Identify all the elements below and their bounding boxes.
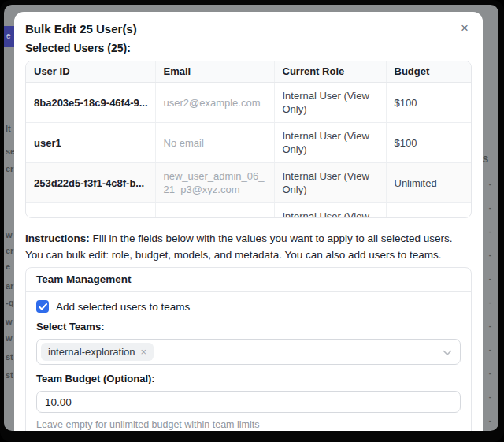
teams-multiselect[interactable]: internal-exploration × (36, 339, 461, 365)
background-text-fragment: st (6, 370, 13, 380)
instructions-body: Fill in the fields below with the values… (25, 232, 453, 261)
background-table-dash: - (489, 274, 491, 283)
background-text-fragment: lt (6, 124, 11, 133)
add-users-checkbox-label[interactable]: Add selected users to teams (56, 301, 190, 313)
background-text-fragment: e (6, 262, 10, 271)
cell-current-role: Internal User (View Only) (274, 163, 386, 203)
close-icon[interactable]: × (458, 22, 472, 35)
chevron-down-icon[interactable] (443, 345, 452, 359)
cell-budget: Unlimited (386, 163, 471, 203)
cell-current-role: Internal User (View Only) (274, 203, 386, 219)
background-table-dash: - (489, 227, 491, 236)
background-text-fragment: er (6, 164, 13, 173)
instructions-text: Instructions: Fill in the fields below w… (25, 230, 472, 263)
cell-user-id: 8ba203e5-18c9-46f4-9... (26, 83, 155, 123)
cell-budget: $100 (386, 83, 471, 123)
add-users-to-teams-row: Add selected users to teams (36, 300, 461, 313)
budget-helper-text: Leave empty for unlimited budget within … (36, 419, 461, 431)
table-header-row: User ID Email Current Role Budget (26, 61, 471, 83)
selected-team-tag: internal-exploration × (41, 343, 154, 361)
cell-current-role: Internal User (View Only) (274, 123, 386, 163)
selected-users-table[interactable]: User ID Email Current Role Budget 8ba203… (25, 61, 472, 218)
background-table-dash: - (489, 180, 491, 188)
background-text-fragment: w (6, 333, 13, 343)
cell-current-role: Internal User (View Only) (274, 83, 386, 123)
cell-email: user2@example.com (155, 83, 274, 123)
column-header-user-id: User ID (26, 61, 155, 83)
background-sidebar-active-item: e (4, 26, 14, 47)
cell-user-id: 5dbd2335-cdd6-47ca-b... (26, 203, 155, 219)
column-header-budget: Budget (386, 61, 471, 83)
background-text-fragment: -q (6, 298, 13, 307)
background-nav-text: e (6, 32, 11, 40)
cell-email: No email (155, 123, 274, 163)
background-table-dash: - (489, 298, 491, 306)
background-text-fragment: w (6, 317, 13, 326)
background-text-fragment: ar (6, 281, 13, 291)
add-users-checkbox[interactable] (36, 300, 49, 313)
column-header-email: Email (155, 61, 274, 83)
background-text-fragment: er (6, 246, 13, 255)
modal-header: Bulk Edit 25 User(s) × (25, 12, 472, 36)
screenshot-frame: e lt se er w er e ar -q w w st st SS - -… (0, 0, 504, 442)
background-text-fragment: st (6, 352, 13, 362)
background-table-dash: - (489, 416, 491, 425)
checkmark-icon (39, 303, 47, 310)
table-row: 5dbd2335-cdd6-47ca-b... inter Internal U… (26, 203, 471, 219)
cell-user-id: 253d22d5-f3f1-4c8f-b... (26, 163, 155, 203)
bulk-edit-modal: Bulk Edit 25 User(s) × Selected Users (2… (14, 12, 483, 431)
background-table-dash: - (489, 369, 491, 377)
cell-budget: Unlimited (386, 203, 471, 219)
instructions-label: Instructions: (25, 232, 90, 244)
table-row: user1 No email Internal User (View Only)… (26, 123, 471, 163)
team-budget-label: Team Budget (Optional): (36, 373, 461, 385)
modal-title: Bulk Edit 25 User(s) (25, 22, 137, 36)
team-management-header: Team Management (26, 268, 471, 292)
cell-user-id: user1 (26, 123, 155, 163)
table-row: 253d22d5-f3f1-4c8f-b... new_user_admin_0… (26, 163, 471, 203)
background-table-dash: - (489, 392, 491, 401)
cell-budget: $100 (386, 123, 471, 163)
table-row: 8ba203e5-18c9-46f4-9... user2@example.co… (26, 83, 471, 123)
selected-team-tag-label: internal-exploration (48, 346, 135, 358)
background-table-dash: - (489, 203, 491, 212)
team-management-section: Team Management Add selected users to te… (25, 267, 472, 431)
background-table-dash: - (489, 345, 491, 354)
selected-users-label: Selected Users (25): (25, 42, 472, 55)
team-budget-input[interactable] (36, 391, 461, 413)
team-management-body: Add selected users to teams Select Teams… (26, 292, 471, 431)
remove-team-icon[interactable]: × (141, 346, 147, 358)
cell-email: new_user_admin_06_21_p3@xyz.com (155, 163, 274, 203)
column-header-current-role: Current Role (274, 61, 386, 83)
select-teams-label: Select Teams: (36, 321, 461, 333)
background-table-dash: - (489, 251, 491, 259)
background-table-dash: - (489, 321, 491, 330)
background-text-fragment: w (6, 230, 13, 240)
cell-email: inter (155, 203, 274, 219)
modal-backdrop-overlay: e lt se er w er e ar -q w w st st SS - -… (4, 5, 498, 431)
